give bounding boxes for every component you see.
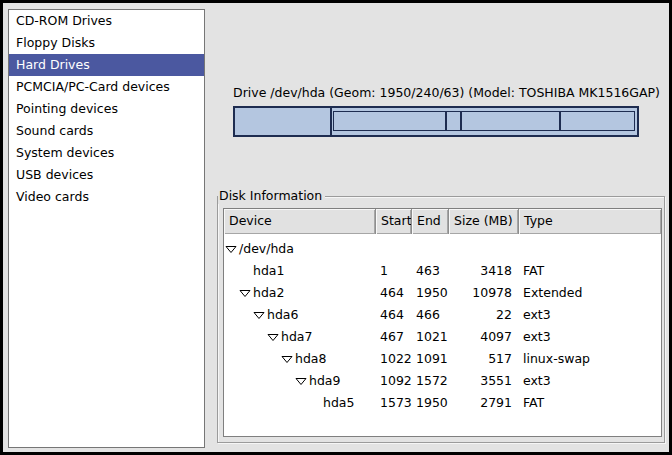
table-row-dev-hda[interactable]: /dev/hda — [224, 238, 661, 260]
tree-indent — [224, 271, 239, 272]
disk-table: DeviceStartEndSize (MB)Type /dev/hdahda1… — [223, 208, 662, 437]
sidebar-item-system-devices[interactable]: System devices — [9, 142, 204, 164]
type-cell: ext3 — [519, 304, 661, 326]
start-cell — [376, 238, 412, 260]
tree-indent — [224, 315, 253, 316]
device-label: /dev/hda — [239, 238, 294, 260]
disk-table-body: /dev/hdahda114633418FAThda2464195010978E… — [224, 234, 661, 414]
size-cell: 3418 — [449, 260, 519, 282]
expander-placeholder — [309, 392, 323, 414]
table-row-hda1[interactable]: hda114633418FAT — [224, 260, 661, 282]
device-label: hda9 — [309, 370, 340, 392]
device-cell: hda5 — [224, 392, 376, 414]
device-label: hda7 — [281, 326, 312, 348]
device-cell: hda7 — [224, 326, 376, 348]
drive-title: Drive /dev/hda (Geom: 1950/240/63) (Mode… — [233, 85, 639, 100]
partition-bar — [233, 106, 639, 137]
logical-partition-divider-2 — [559, 111, 561, 131]
size-cell: 517 — [449, 348, 519, 370]
start-cell: 464 — [376, 304, 412, 326]
type-cell: linux-swap — [519, 348, 661, 370]
logical-partition-divider-1 — [460, 111, 462, 131]
device-label: hda8 — [295, 348, 326, 370]
sidebar-item-floppy-disks[interactable]: Floppy Disks — [9, 32, 204, 54]
column-header-end[interactable]: End — [412, 209, 449, 234]
column-header-size-mb[interactable]: Size (MB) — [449, 209, 519, 234]
tree-indent — [224, 359, 281, 360]
device-cell: hda6 — [224, 304, 376, 326]
expander-open-icon[interactable] — [281, 348, 295, 370]
device-category-list: CD-ROM DrivesFloppy DisksHard DrivesPCMC… — [8, 9, 205, 448]
type-cell: FAT — [519, 392, 661, 414]
device-cell: hda1 — [224, 260, 376, 282]
type-cell — [519, 238, 661, 260]
device-cell: hda2 — [224, 282, 376, 304]
end-cell: 1572 — [412, 370, 449, 392]
size-cell: 4097 — [449, 326, 519, 348]
column-header-device[interactable]: Device — [224, 209, 376, 234]
start-cell: 467 — [376, 326, 412, 348]
expander-open-icon[interactable] — [295, 370, 309, 392]
sidebar-item-hard-drives[interactable]: Hard Drives — [9, 54, 204, 76]
device-label: hda2 — [253, 282, 284, 304]
table-row-hda6[interactable]: hda646446622ext3 — [224, 304, 661, 326]
sidebar-item-video-cards[interactable]: Video cards — [9, 186, 204, 208]
expander-open-icon[interactable] — [253, 304, 267, 326]
table-row-hda9[interactable]: hda9109215723551ext3 — [224, 370, 661, 392]
expander-open-icon[interactable] — [267, 326, 281, 348]
size-cell: 10978 — [449, 282, 519, 304]
end-cell: 1950 — [412, 282, 449, 304]
disk-information-label: Disk Information — [218, 188, 325, 204]
sidebar-item-cd-rom-drives[interactable]: CD-ROM Drives — [9, 10, 204, 32]
expander-placeholder — [239, 260, 253, 282]
size-cell: 2791 — [449, 392, 519, 414]
end-cell: 1021 — [412, 326, 449, 348]
end-cell: 463 — [412, 260, 449, 282]
table-row-hda8[interactable]: hda810221091517linux-swap — [224, 348, 661, 370]
expander-open-icon[interactable] — [239, 282, 253, 304]
start-cell: 1573 — [376, 392, 412, 414]
size-cell: 22 — [449, 304, 519, 326]
table-row-hda2[interactable]: hda2464195010978Extended — [224, 282, 661, 304]
logical-partition-divider-0 — [445, 111, 447, 131]
table-row-hda5[interactable]: hda5157319502791FAT — [224, 392, 661, 414]
tree-indent — [224, 337, 267, 338]
sidebar-item-sound-cards[interactable]: Sound cards — [9, 120, 204, 142]
type-cell: ext3 — [519, 370, 661, 392]
end-cell — [412, 238, 449, 260]
expander-open-icon[interactable] — [225, 238, 239, 260]
end-cell: 466 — [412, 304, 449, 326]
sidebar-item-pcmcia-pc-card-devices[interactable]: PCMCIA/PC-Card devices — [9, 76, 204, 98]
tree-indent — [224, 293, 239, 294]
type-cell: ext3 — [519, 326, 661, 348]
column-header-type[interactable]: Type — [519, 209, 661, 234]
device-label: hda1 — [253, 260, 284, 282]
table-row-hda7[interactable]: hda746710214097ext3 — [224, 326, 661, 348]
extended-partition-box — [333, 111, 635, 131]
type-cell: Extended — [519, 282, 661, 304]
start-cell: 464 — [376, 282, 412, 304]
sidebar-item-pointing-devices[interactable]: Pointing devices — [9, 98, 204, 120]
size-cell — [449, 238, 519, 260]
start-cell: 1 — [376, 260, 412, 282]
tree-indent — [224, 381, 295, 382]
disk-table-header: DeviceStartEndSize (MB)Type — [224, 209, 661, 234]
start-cell: 1022 — [376, 348, 412, 370]
device-cell: hda9 — [224, 370, 376, 392]
size-cell: 3551 — [449, 370, 519, 392]
device-label: hda6 — [267, 304, 298, 326]
hardware-browser-window: CD-ROM DrivesFloppy DisksHard DrivesPCMC… — [0, 0, 672, 455]
sidebar-item-usb-devices[interactable]: USB devices — [9, 164, 204, 186]
tree-indent — [224, 403, 309, 404]
start-cell: 1092 — [376, 370, 412, 392]
end-cell: 1091 — [412, 348, 449, 370]
column-header-start[interactable]: Start — [376, 209, 412, 234]
device-cell: /dev/hda — [224, 238, 376, 260]
device-cell: hda8 — [224, 348, 376, 370]
device-label: hda5 — [323, 392, 354, 414]
type-cell: FAT — [519, 260, 661, 282]
disk-information-group: Disk Information DeviceStartEndSize (MB)… — [217, 196, 665, 443]
end-cell: 1950 — [412, 392, 449, 414]
